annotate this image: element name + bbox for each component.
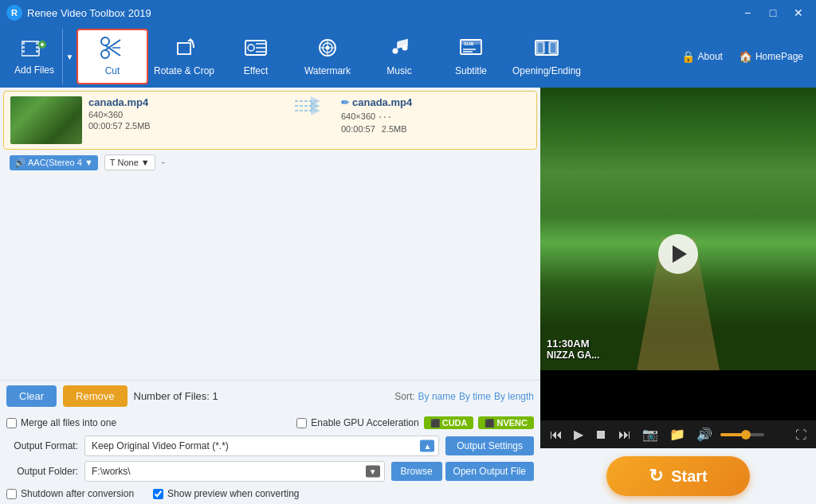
video-time-overlay: 11:30AM — [547, 338, 599, 350]
add-files-button[interactable]: Add Files — [6, 29, 62, 84]
svg-rect-2 — [22, 46, 25, 49]
output-folder-label: Output Folder: — [6, 466, 78, 477]
subtitle-label: Subtitle — [455, 65, 487, 76]
file-controls-row: 🔊 AAC(Stereo 4 ▼ T None ▼ - — [3, 153, 537, 174]
effect-icon — [243, 37, 269, 62]
video-background: 11:30AM NIZZA GA... — [540, 88, 816, 420]
watermark-label: Watermark — [304, 65, 351, 76]
cut-icon — [100, 37, 125, 62]
lock-icon: 🔒 — [681, 50, 695, 63]
start-section: ↻ Start — [540, 448, 816, 504]
show-preview-checkbox[interactable] — [153, 489, 163, 499]
rotate-crop-label: Rotate & Crop — [154, 65, 214, 76]
gpu-checkbox[interactable] — [296, 418, 307, 428]
close-button[interactable]: ✕ — [787, 3, 810, 22]
watermark-button[interactable]: Watermark — [292, 29, 363, 84]
sort-by-name[interactable]: By name — [418, 391, 456, 402]
folder-button[interactable]: 📁 — [666, 425, 688, 443]
conversion-options: Shutdown after conversion Show preview w… — [6, 486, 534, 501]
audio-track-select[interactable]: 🔊 AAC(Stereo 4 ▼ — [10, 155, 98, 170]
nvenc-label: NVENC — [496, 418, 528, 428]
output-format-wrapper: Keep Original Video Format (*.*) ▲ — [84, 436, 439, 456]
play-pause-button[interactable]: ▶ — [571, 425, 586, 443]
about-button[interactable]: 🔒 About — [675, 47, 729, 66]
file-thumbnail — [10, 96, 82, 144]
shutdown-checkbox-label[interactable]: Shutdown after conversion — [6, 488, 134, 499]
file-name: canada.mp4 — [88, 96, 277, 108]
right-panel: 11:30AM NIZZA GA... ⏮ ▶ ⏹ ⏭ 📷 📁 🔊 ⛶ ↻ St… — [540, 88, 816, 504]
file-extra: - — [162, 157, 165, 168]
cut-button[interactable]: Cut — [76, 29, 148, 84]
cut-label: Cut — [105, 65, 120, 76]
opening-ending-label: Opening/Ending — [512, 65, 581, 76]
file-resolution: 640×360 — [88, 110, 277, 119]
gpu-section: Enable GPU Acceleration ⬛ CUDA ⬛ NVENC — [296, 416, 534, 429]
maximize-button[interactable]: □ — [762, 3, 784, 22]
play-button-overlay[interactable] — [658, 234, 698, 274]
add-files-icon — [22, 38, 47, 61]
subtitle-value: None — [118, 158, 139, 167]
subtitle-icon: SUB — [458, 37, 484, 62]
fullscreen-button[interactable]: ⛶ — [792, 427, 810, 443]
skip-back-button[interactable]: ⏮ — [547, 426, 566, 443]
output-folder-wrapper: F:\works\ ▼ — [84, 461, 385, 482]
clear-button[interactable]: Clear — [6, 385, 57, 407]
add-files-dropdown-arrow[interactable]: ▼ — [62, 29, 76, 84]
shutdown-checkbox[interactable] — [6, 489, 17, 499]
file-item: canada.mp4 640×360 00:00:57 2.5MB — [3, 91, 537, 150]
effect-button[interactable]: Effect — [220, 29, 292, 84]
show-preview-checkbox-label[interactable]: Show preview when converting — [153, 488, 299, 499]
stop-button[interactable]: ⏹ — [591, 426, 610, 443]
volume-button[interactable]: 🔊 — [693, 425, 716, 443]
svg-rect-5 — [36, 46, 38, 49]
subtitle-select[interactable]: T None ▼ — [104, 154, 155, 170]
output-folder-row: Output Folder: F:\works\ ▼ Browse Open O… — [6, 461, 534, 482]
merge-checkbox-label[interactable]: Merge all files into one — [6, 417, 116, 428]
more-options-dots[interactable]: ··· — [379, 110, 393, 123]
minimize-button[interactable]: − — [736, 3, 759, 22]
output-settings-button[interactable]: Output Settings — [445, 436, 534, 455]
svg-point-18 — [248, 45, 254, 51]
merge-checkbox[interactable] — [6, 418, 17, 428]
rotate-crop-button[interactable]: Rotate & Crop — [148, 29, 220, 84]
music-button[interactable]: Music — [363, 29, 435, 84]
audio-track-value: AAC(Stereo 4 — [28, 158, 82, 167]
output-section: Output Format: Keep Original Video Forma… — [0, 432, 540, 504]
start-icon: ↻ — [649, 466, 663, 486]
svg-rect-9 — [41, 43, 43, 46]
sort-by-time[interactable]: By time — [459, 391, 491, 402]
file-output-info: ✏ canada.mp4 640×360 ··· 00:00:57 2.5MB — [341, 96, 530, 134]
volume-slider[interactable] — [720, 433, 764, 436]
gpu-checkbox-label[interactable]: Enable GPU Acceleration — [296, 417, 418, 428]
svg-rect-4 — [36, 42, 38, 45]
homepage-button[interactable]: 🏠 HomePage — [732, 47, 810, 66]
svg-point-10 — [101, 50, 109, 58]
edit-icon: ✏ — [341, 97, 349, 108]
skip-forward-button[interactable]: ⏭ — [615, 426, 634, 443]
watermark-icon — [315, 37, 340, 62]
svg-rect-6 — [36, 50, 38, 53]
remove-button[interactable]: Remove — [63, 385, 127, 407]
app-title: Renee Video Toolbox 2019 — [27, 7, 736, 19]
output-format-select[interactable]: Keep Original Video Format (*.*) — [84, 436, 439, 456]
browse-button[interactable]: Browse — [391, 462, 442, 481]
output-folder-select[interactable]: F:\works\ — [84, 461, 385, 482]
thumbnail-image — [10, 96, 82, 144]
nvidia-nvenc-icon: ⬛ — [484, 419, 494, 428]
gpu-label: Enable GPU Acceleration — [311, 417, 418, 428]
effect-label: Effect — [244, 65, 268, 76]
start-button[interactable]: ↻ Start — [606, 456, 750, 496]
screenshot-button[interactable]: 📷 — [639, 425, 661, 443]
shutdown-label: Shutdown after conversion — [21, 488, 134, 499]
text-icon: T — [110, 158, 116, 167]
open-output-button[interactable]: Open Output File — [445, 462, 534, 481]
video-overlay: 11:30AM NIZZA GA... — [547, 338, 599, 361]
svg-point-11 — [101, 37, 109, 45]
left-panel: canada.mp4 640×360 00:00:57 2.5MB — [0, 88, 540, 504]
file-duration-size: 00:00:57 2.5MB — [88, 121, 277, 131]
subtitle-button[interactable]: SUB Subtitle — [435, 29, 507, 84]
sort-by-length[interactable]: By length — [494, 391, 534, 402]
opening-ending-button[interactable]: Opening/Ending — [507, 29, 586, 84]
svg-marker-16 — [187, 38, 194, 41]
add-files-label: Add Files — [14, 64, 54, 76]
